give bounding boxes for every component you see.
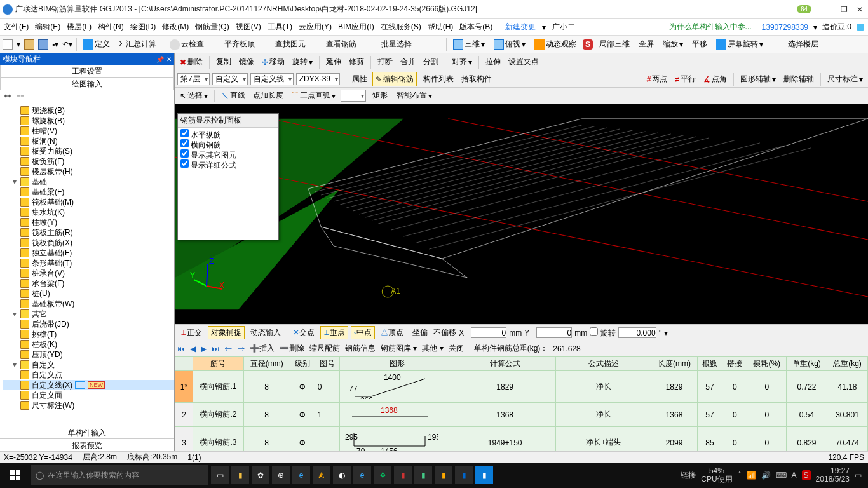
- tray-up-icon[interactable]: ˄: [738, 471, 742, 480]
- define-button[interactable]: 定义: [81, 38, 112, 50]
- align-button[interactable]: 对齐▾: [449, 55, 475, 69]
- addlen-tool[interactable]: 点加长度: [250, 89, 286, 102]
- app-icon-4[interactable]: ▮: [394, 466, 412, 484]
- menu-modify[interactable]: 修改(M): [162, 22, 189, 32]
- app-icon-3[interactable]: ⮙: [313, 466, 330, 484]
- pick-component-button[interactable]: 拾取构件: [459, 72, 494, 86]
- rebar-info-button[interactable]: 钢筋信息: [345, 343, 376, 354]
- close-rebar-button[interactable]: 关闭: [449, 343, 464, 354]
- stretch-button[interactable]: 拉伸: [483, 55, 503, 69]
- menu-edit[interactable]: 编辑(E): [35, 22, 60, 32]
- expand-all-icon[interactable]: ⁺⁺: [4, 93, 11, 102]
- pin-icon[interactable]: 📌: [156, 56, 164, 63]
- app-icon-2[interactable]: ⊕: [272, 466, 290, 484]
- scale-rebar-button[interactable]: 缩尺配筋: [309, 343, 340, 354]
- partial-3d-button[interactable]: 局部三维: [597, 38, 632, 50]
- tb-icon-b[interactable]: [432, 39, 442, 50]
- tab-project-settings[interactable]: 工程设置: [0, 65, 174, 78]
- copy-button[interactable]: 复制: [214, 55, 234, 69]
- attribute-button[interactable]: 属性: [348, 72, 370, 86]
- app-icon-1[interactable]: ✿: [252, 466, 269, 484]
- flatslab-button[interactable]: 平齐板顶: [210, 38, 257, 50]
- split-button[interactable]: 分割: [421, 55, 441, 69]
- cloud-check-button[interactable]: 云检查: [167, 38, 207, 50]
- screen-rotate-button[interactable]: 屏幕旋转▾: [714, 38, 766, 50]
- panel-close-icon[interactable]: ✕: [166, 56, 172, 63]
- tab-report-preview[interactable]: 报表预览: [0, 438, 174, 451]
- dyninput-toggle[interactable]: 动态输入: [247, 326, 284, 339]
- chk-hlong[interactable]: 水平纵筋: [180, 129, 276, 139]
- rotate-input[interactable]: [618, 327, 656, 338]
- delete-aux-axis-button[interactable]: 删除辅轴: [781, 72, 817, 86]
- pan-button[interactable]: 平移: [689, 38, 710, 50]
- category-select[interactable]: 自定义: [212, 73, 248, 85]
- menu-cloud[interactable]: 云应用(Y): [299, 22, 332, 32]
- rebar-table[interactable]: 筋号 直径(mm)级别图号 图形 计算公式 公式描述 长度(mm)根数搭接损耗(…: [175, 356, 868, 451]
- rebar-display-panel[interactable]: 钢筋显示控制面板 水平纵筋 横向钢筋 显示其它图元 显示详细公式: [177, 113, 279, 240]
- new-change-link[interactable]: 新建变更: [505, 22, 536, 32]
- browser-icon[interactable]: ❖: [374, 466, 391, 484]
- nav-first-icon[interactable]: ⏮: [177, 344, 185, 353]
- circle-aux-axis-button[interactable]: 圆形辅轴▾: [738, 72, 778, 86]
- explorer-icon[interactable]: ▮: [231, 466, 249, 484]
- component-list-button[interactable]: 构件列表: [419, 72, 456, 86]
- app-icon-7[interactable]: ▮: [455, 466, 473, 484]
- mirror-button[interactable]: 镜像: [236, 55, 257, 69]
- nav-prev2-icon[interactable]: 🡐: [224, 344, 232, 353]
- chrome-icon[interactable]: ◐: [333, 466, 351, 484]
- dimension-mark-button[interactable]: 尺寸标注▾: [825, 72, 865, 86]
- chk-otherelem[interactable]: 显示其它图元: [180, 149, 276, 159]
- line-tool[interactable]: ＼直线: [219, 89, 248, 102]
- chk-transverse[interactable]: 横向钢筋: [180, 139, 276, 149]
- tray-a-icon[interactable]: A: [792, 471, 797, 480]
- menu-rebarqty[interactable]: 钢筋量(Q): [195, 22, 229, 32]
- nav-next-icon[interactable]: ▶: [201, 344, 207, 353]
- menu-component[interactable]: 构件(N): [98, 22, 124, 32]
- tree-group-foundation[interactable]: ▾基础: [3, 177, 174, 187]
- origin-button[interactable]: 设置夹点: [506, 55, 541, 69]
- perpendicular-toggle[interactable]: ⊥垂点: [320, 326, 348, 339]
- tray-vol-icon[interactable]: 🔊: [761, 471, 771, 480]
- edge-icon[interactable]: e: [292, 466, 310, 484]
- dynamic-view-button[interactable]: 动态观察: [532, 38, 579, 50]
- gxr-link[interactable]: 广小二: [552, 22, 575, 32]
- tray-s-icon[interactable]: S: [802, 470, 811, 480]
- minimize-button[interactable]: —: [824, 5, 832, 14]
- threearc-tool[interactable]: ⌒三点画弧▾: [288, 89, 338, 102]
- tab-single-input[interactable]: 单构件输入: [0, 426, 174, 438]
- start-button[interactable]: [3, 463, 28, 488]
- floor-select[interactable]: 第7层: [177, 73, 210, 85]
- trim-button[interactable]: 修剪: [346, 55, 367, 69]
- extend-button[interactable]: 延伸: [323, 55, 344, 69]
- menu-draw[interactable]: 绘图(D): [130, 22, 156, 32]
- drawing-canvas[interactable]: A1 钢筋显示控制面板 水平纵筋 横向钢筋 显示其它图元 显示详细公式 X Y …: [175, 104, 868, 324]
- tree-group-custom[interactable]: ▾自定义: [3, 360, 174, 370]
- vertex-toggle[interactable]: △顶点: [377, 326, 407, 339]
- type-select[interactable]: 自定义线: [250, 73, 294, 85]
- two-point-button[interactable]: #两点: [644, 72, 670, 86]
- menu-floor[interactable]: 楼层(L): [67, 22, 92, 32]
- y-input[interactable]: [536, 327, 572, 338]
- tree-item-selected[interactable]: 自定义线(X)NEW: [3, 380, 174, 390]
- new-icon[interactable]: [3, 39, 13, 50]
- hint-text[interactable]: 为什么单构件输入中参...: [669, 22, 752, 32]
- zoom-button[interactable]: 缩放▾: [660, 38, 686, 50]
- offset-mode-select[interactable]: 不偏移: [433, 327, 456, 338]
- code-select[interactable]: ZDYX-39: [296, 73, 340, 85]
- x-input[interactable]: [471, 327, 506, 338]
- tray-link[interactable]: 链接: [681, 470, 696, 481]
- move-button[interactable]: ✢移动: [259, 55, 287, 69]
- delete-row-button[interactable]: ➖删除: [280, 343, 304, 354]
- windows-taskbar[interactable]: ◯在这里输入你要搜索的内容 ▭ ▮ ✿ ⊕ e ⮙ ◐ e ❖ ▮ ▮ ▮ ▮ …: [0, 463, 868, 488]
- ortho-toggle[interactable]: ⊥正交: [177, 326, 205, 339]
- nav-prev-icon[interactable]: ◀: [190, 344, 196, 353]
- tray-ime-icon[interactable]: ⌨: [776, 471, 787, 480]
- merge-button[interactable]: 合并: [398, 55, 418, 69]
- offset-toggle[interactable]: 坐偏: [409, 326, 431, 339]
- menu-bim[interactable]: BIM应用(I): [338, 22, 374, 32]
- tab-draw-input[interactable]: 绘图输入: [0, 78, 174, 90]
- point-angle-button[interactable]: ∡点角: [701, 72, 729, 86]
- edit-rebar-button[interactable]: ✎编辑钢筋: [372, 72, 417, 86]
- tray-clock[interactable]: 19:272018/5/23: [816, 467, 850, 484]
- menu-tools[interactable]: 工具(T): [268, 22, 292, 32]
